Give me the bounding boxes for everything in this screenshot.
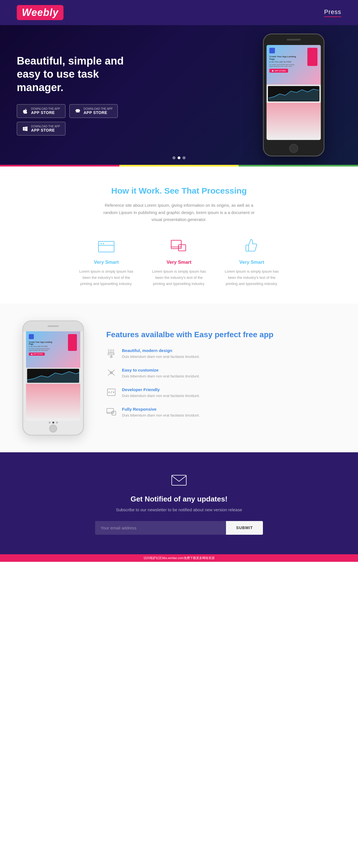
newsletter-form: SUBMIT [95, 521, 263, 535]
fp-dot-3[interactable] [56, 422, 58, 424]
feature-item-2-title: Easy to customize [122, 368, 200, 372]
feature-item-3-desc: Duis bibendum diam non erat facilaisis t… [122, 393, 200, 399]
windows-icon [22, 126, 28, 132]
phone-home-button [289, 144, 298, 153]
fp-dot-2[interactable] [52, 422, 54, 424]
android-big-label: APP STORE [84, 110, 113, 115]
feature-item-2: Easy to customize Duis bibendum diam non… [106, 368, 336, 379]
color-bar-pink [0, 165, 119, 166]
svg-rect-25 [172, 475, 186, 485]
feature-item-1-title: Beautiful, modern design [122, 348, 200, 353]
how-it-works-section: How it Work. See That Processing Referen… [0, 166, 358, 304]
android-small-label: Download the app [84, 107, 113, 110]
feature-3: Very Smart Lorem Ipsum is simply Ipsum h… [224, 237, 280, 287]
feature-2: Very Smart Lorem Ipsum is simply Ipsum h… [151, 237, 207, 287]
dot-2[interactable] [177, 156, 181, 159]
windows-store-button[interactable]: Download the app APP STORE [17, 122, 65, 135]
features-section: Create Your App LandingPage In No Time w… [0, 304, 358, 452]
how-heading: How it Work. See That Processing [22, 186, 336, 195]
phone-app-btn: APP STORE [269, 69, 288, 73]
windows-big-label: APP STORE [31, 128, 60, 132]
footer-watermark: 访问电驴社区bbs.xenlao.com免费下载更多网络资源 [0, 554, 358, 562]
features-row: Very Smart Lorem Ipsum is simply Ipsum h… [22, 237, 336, 287]
android-store-button[interactable]: Download the app APP STORE [70, 104, 118, 118]
svg-point-3 [103, 243, 104, 244]
hero-content: Beautiful, simple and easy to use task m… [17, 55, 134, 136]
feature-item-1-desc: Duis bibendum diam non erat facilaisis t… [122, 354, 200, 360]
hero-slider-dots [172, 156, 186, 159]
phone-chart-area [267, 85, 321, 103]
apple-btn-text: Download the app APP STORE [31, 107, 60, 115]
feature-2-title: Very Smart [151, 259, 207, 265]
feature-1: Very Smart Lorem Ipsum is simply Ipsum h… [78, 237, 134, 287]
features-phone-notch [23, 321, 83, 331]
phone-body: Create Your App LandingPage In No Time w… [263, 33, 325, 156]
feature-item-4-content: Fully Responsive Duis bibendum diam non … [122, 407, 200, 418]
color-bar-green [239, 165, 358, 166]
svg-marker-0 [269, 89, 319, 101]
fp-desc: An easily customized app landing page te… [29, 348, 51, 351]
feature-1-icon [78, 237, 134, 255]
fp-logo [29, 334, 34, 339]
apple-big-label: APP STORE [31, 110, 60, 115]
nav-press[interactable]: Press [324, 8, 341, 17]
apple-store-button[interactable]: Download the app APP STORE [17, 104, 65, 118]
feature-item-2-desc: Duis bibendum diam non erat facilaisis t… [122, 374, 200, 379]
feature-item-3-content: Developer Friendly Duis bibendum diam no… [122, 387, 200, 399]
svg-rect-6 [178, 245, 186, 251]
apple-icon [22, 108, 28, 114]
newsletter-section: Get Notified of any updates! Subscribe t… [0, 452, 358, 554]
feature-item-3-title: Developer Friendly [122, 387, 200, 392]
customize-icon [106, 368, 116, 378]
feature-item-4-desc: Duis bibendum diam non erat facilaisis t… [122, 413, 200, 418]
features-phone: Create Your App LandingPage In No Time w… [22, 320, 84, 436]
dot-3[interactable] [183, 156, 186, 159]
logo: Weebly [17, 5, 63, 20]
svg-line-21 [111, 391, 112, 393]
phone-logo-block [269, 48, 275, 53]
windows-small-label: Download the app [31, 125, 60, 128]
dot-1[interactable] [172, 156, 175, 159]
hero-title: Beautiful, simple and easy to use task m… [17, 55, 134, 94]
hero-section: Beautiful, simple and easy to use task m… [0, 25, 358, 165]
color-bar [0, 165, 358, 166]
apple-small-label: Download the app [31, 107, 60, 110]
fp-dot-1[interactable] [49, 422, 51, 424]
feature-item-1-content: Beautiful, modern design Duis bibendum d… [122, 348, 200, 360]
phone-pink-block [307, 48, 318, 66]
android-icon [75, 108, 81, 114]
feature-1-title: Very Smart [78, 259, 134, 265]
svg-rect-1 [99, 241, 114, 252]
features-phone-screen: Create Your App LandingPage In No Time w… [26, 331, 80, 421]
svg-rect-8 [246, 245, 249, 251]
color-bar-yellow [119, 165, 239, 166]
app-buttons: Download the app APP STORE Download the … [17, 104, 134, 135]
envelope-icon [171, 472, 187, 489]
feature-3-icon [224, 237, 280, 255]
features-phone-dots [23, 422, 83, 424]
features-text: Features availalbe with Easy perfect fre… [106, 330, 336, 426]
svg-rect-23 [112, 411, 116, 415]
newsletter-heading: Get Notified of any updates! [22, 495, 336, 503]
phone-speaker [287, 39, 301, 40]
features-phone-home [49, 425, 57, 432]
newsletter-description: Subscribe to our newsletter to be notifi… [22, 507, 336, 512]
dev-icon [106, 387, 116, 397]
hero-phone: Create Your App LandingPage In No Time w… [263, 33, 325, 156]
fp-chart [27, 369, 79, 383]
features-phone-wrap: Create Your App LandingPage In No Time w… [22, 320, 84, 436]
fp-btn: APP STORE [29, 352, 45, 355]
windows-btn-text: Download the app APP STORE [31, 125, 60, 132]
header: Weebly Press [0, 0, 358, 25]
phone-app-desc: An easily customized app landing page te… [269, 64, 295, 67]
features-heading: Features availalbe with Easy perfect fre… [106, 330, 336, 340]
submit-button[interactable]: SUBMIT [226, 521, 263, 535]
feature-3-desc: Lorem Ipsum is simply Ipsum has been the… [224, 269, 280, 287]
email-input[interactable] [95, 521, 226, 535]
feature-3-title: Very Smart [224, 259, 280, 265]
feature-1-desc: Lorem Ipsum is simply Ipsum has been the… [78, 269, 134, 287]
svg-rect-22 [107, 408, 114, 413]
phone-screen: Create Your App LandingPage In No Time w… [267, 45, 321, 140]
feature-item-2-content: Easy to customize Duis bibendum diam non… [122, 368, 200, 379]
phone-chart [268, 86, 320, 101]
